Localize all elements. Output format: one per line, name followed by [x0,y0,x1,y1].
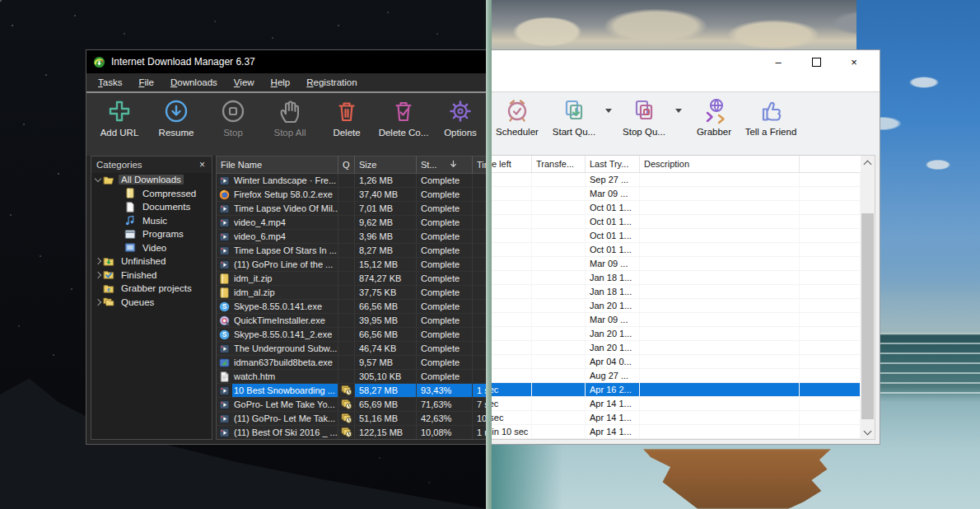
cell-lasttry: Jan 18 1... [586,271,640,284]
cell-transferred [532,355,586,368]
cell-name: idm_it.zip [217,272,338,285]
cell-description [640,299,800,312]
menu-item-help[interactable]: Help [263,77,299,87]
list-scrollbar[interactable] [861,156,875,439]
toolbar-button-delete-completed[interactable]: Delete Co... [377,96,430,138]
cell-filler [800,313,861,326]
tree-expanded-icon[interactable] [93,179,103,181]
cell-queue [338,356,355,369]
toolbar-button-stop[interactable]: Stop [207,96,259,138]
toolbar-button-label: Delete Co... [379,128,429,138]
cell-size: 51,16 MB [355,412,417,425]
column-header-size[interactable]: Size [355,156,417,173]
scroll-down-icon[interactable] [861,425,875,439]
cell-status: Complete [417,370,473,383]
sidebar-item-unfinished[interactable]: Unfinished [91,254,212,269]
menu-item-registration[interactable]: Registration [298,77,365,87]
tree-collapsed-icon[interactable] [93,300,103,305]
sidebar-item-programs[interactable]: Programs [91,227,212,241]
cell-filler [800,355,861,368]
cell-status: Complete [417,356,473,369]
scrollbar-thumb[interactable] [861,213,874,419]
cell-status: 42,63% [417,412,473,425]
dropdown-caret-icon[interactable] [601,109,616,113]
delete-icon [332,96,362,126]
scheduler-icon [502,96,532,125]
tree-collapsed-icon[interactable] [93,273,103,278]
toolbar-button-resume[interactable]: Resume [150,96,203,138]
toolbar-button-start-queue[interactable]: Start Qu... [548,96,600,137]
column-header-name[interactable]: File Name [217,156,338,173]
toolbar-button-stop-queue[interactable]: Stop Qu... [618,96,670,137]
sidebar-item-grabber-projects[interactable]: eGrabber projects [91,282,212,296]
file-name-text: Time Lapse Of Stars In ... [232,244,338,257]
categories-close-icon[interactable]: × [198,160,207,170]
categories-tree: All DownloadsCompressedDocumentsMusicPro… [91,173,212,309]
cell-lasttry: Jan 20 1... [586,299,640,312]
maximize-button[interactable] [797,50,835,73]
cell-name: idm_al.zip [217,286,338,299]
toolbar-button-scheduler[interactable]: Scheduler [491,96,544,137]
menu-item-rest: asks [103,77,123,87]
column-header-lasttry[interactable]: Last Try... [586,156,640,172]
cell-transferred [532,215,586,228]
video-file-icon [217,342,232,355]
cell-filler [800,327,861,340]
menu-item-tasks[interactable]: Tasks [90,77,130,87]
toolbar-button-add-url[interactable]: Add URL [93,96,146,138]
column-header-status[interactable]: St... [417,156,473,173]
toolbar-button-delete[interactable]: Delete [320,96,373,138]
cell-queue [338,398,355,411]
cell-name: QuickTimeInstaller.exe [217,314,338,327]
cell-name: watch.htm [217,370,338,383]
cell-filler [800,215,861,228]
menu-item-downloads[interactable]: Downloads [162,77,226,87]
toolbar-button-label: Resume [159,128,194,138]
sidebar-item-queues[interactable]: Queues [91,296,212,310]
folder-unfinished-icon [103,256,115,267]
cell-status: Complete [417,188,473,201]
cell-status: Complete [417,202,473,215]
cell-queue [338,286,355,299]
sidebar-item-compressed[interactable]: Compressed [91,187,212,201]
toolbar-button-tell-friend[interactable]: Tell a Friend [744,96,797,137]
cell-transferred [532,201,586,214]
sidebar-item-finished[interactable]: Finished [91,269,212,283]
file-name-text: (11) GoPro Line of the ... [232,258,338,271]
toolbar-button-options[interactable]: Options [434,96,487,138]
column-header-description[interactable]: Description [640,156,800,172]
cell-description [640,215,800,228]
queue-clock-icon [341,399,352,411]
column-header-transferred[interactable]: Transfe... [532,156,586,172]
categories-header: Categories × [91,156,212,173]
tree-collapsed-icon[interactable] [93,259,103,264]
cell-filler [800,173,861,186]
scroll-up-icon[interactable] [861,156,875,170]
cell-queue [338,174,355,187]
cell-lasttry: Mar 09 ... [586,257,640,270]
file-name-text: 10 Best Snowboarding ... [232,384,338,397]
toolbar-button-label: Tell a Friend [745,127,797,137]
cat-doc-icon [124,202,137,212]
cell-transferred [532,411,586,424]
sidebar-item-video[interactable]: Video [91,241,212,255]
video-file-icon [217,174,232,187]
toolbar-button-stop-all[interactable]: Stop All [264,96,316,138]
cell-description [640,341,800,354]
cell-size: 8,27 MB [355,244,417,257]
minimize-button[interactable]: – [759,50,797,73]
menu-item-file[interactable]: File [130,77,162,87]
cell-description [640,327,800,340]
sidebar-item-documents[interactable]: Documents [91,200,212,214]
cell-lasttry: Aug 27 ... [586,369,640,382]
categories-title: Categories [96,160,142,170]
menu-item-view[interactable]: View [226,77,263,87]
toolbar-button-grabber[interactable]: Grabber [688,96,740,137]
sidebar-item-music[interactable]: Music [91,214,212,228]
dropdown-caret-icon[interactable] [671,109,686,113]
sidebar-item-all-downloads[interactable]: All Downloads [91,173,212,187]
menu-item-rest: egistration [314,77,357,87]
close-button[interactable]: × [835,50,873,73]
column-header-q[interactable]: Q [338,156,355,173]
options-icon [446,96,475,126]
